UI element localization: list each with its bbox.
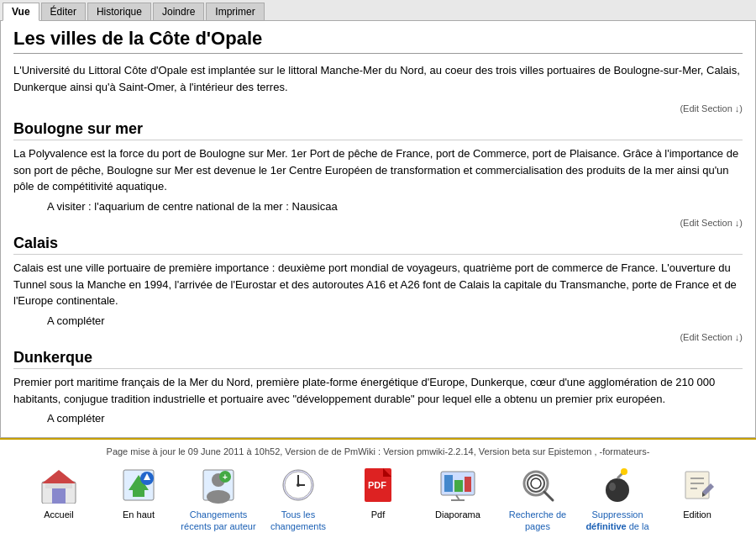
tab-historique[interactable]: Historique: [87, 3, 151, 20]
footer-pdf[interactable]: PDF Pdf: [339, 465, 418, 520]
tab-bar: Vue Éditer Historique Joindre Imprimer: [0, 0, 756, 21]
footer-edition-label: Edition: [683, 509, 711, 520]
footer-accueil[interactable]: Accueil: [19, 465, 99, 520]
footer-edition[interactable]: Edition: [658, 465, 738, 520]
edit-boulogne-link[interactable]: (Edit Section ↓): [680, 218, 743, 228]
footer: Page mise à jour le 09 June 2011 à 10h52…: [0, 438, 756, 534]
svg-text:+: +: [223, 472, 228, 482]
section-title-boulogne: Boulogne sur mer: [13, 120, 743, 140]
section-title-calais: Calais: [13, 235, 743, 255]
svg-line-33: [617, 473, 622, 478]
edit-intro-link[interactable]: (Edit Section ↓): [680, 103, 743, 113]
svg-marker-1: [42, 470, 76, 483]
section-sub-calais: A compléter: [47, 313, 743, 330]
edit-calais-link[interactable]: (Edit Section ↓): [680, 332, 743, 342]
section-title-dunkerque: Dunkerque: [13, 349, 743, 369]
svg-point-34: [621, 468, 627, 475]
footer-diaporama[interactable]: Diaporama: [418, 465, 498, 520]
page-title: Les villes de la Côte d'Opale: [13, 28, 743, 54]
edit-intro-section[interactable]: (Edit Section ↓): [13, 103, 743, 113]
up-icon: [118, 465, 159, 505]
svg-rect-6: [133, 490, 144, 497]
svg-point-29: [528, 475, 544, 492]
footer-pdf-label: Pdf: [371, 509, 386, 520]
intro-text: L'Université du Littoral Côte d'Opale es…: [13, 62, 743, 95]
chart-icon: [438, 465, 478, 505]
tab-vue[interactable]: Vue: [3, 3, 39, 21]
footer-accueil-label: Accueil: [44, 509, 73, 520]
section-sub-dunkerque: A compléter: [47, 410, 743, 427]
footer-en-haut[interactable]: En haut: [99, 465, 179, 520]
section-text-calais: Calais est une ville portuaire de premiè…: [13, 260, 743, 309]
footer-changements-auteur-label: Changements récents par auteur: [179, 509, 259, 533]
section-text-dunkerque: Premier port maritime français de la Mer…: [13, 374, 743, 407]
edit-boulogne[interactable]: (Edit Section ↓): [13, 218, 743, 228]
svg-line-31: [544, 492, 553, 500]
home-icon: [39, 465, 79, 505]
footer-meta: Page mise à jour le 09 June 2011 à 10h52…: [4, 446, 752, 456]
person-icon: +: [198, 465, 239, 505]
footer-recherche-label: Recherche de pages: [498, 509, 578, 533]
tab-joindre[interactable]: Joindre: [153, 3, 204, 20]
footer-tous-changements[interactable]: Tous les changements récents: [259, 465, 339, 534]
svg-point-11: [207, 490, 230, 504]
footer-en-haut-label: En haut: [123, 509, 155, 520]
edit-icon: [677, 465, 717, 505]
search-icon: [517, 465, 558, 505]
svg-rect-2: [52, 488, 66, 504]
main-content: Les villes de la Côte d'Opale L'Universi…: [0, 21, 756, 438]
footer-suppression-label: Suppression définitive de la page: [578, 509, 658, 534]
svg-point-30: [531, 478, 541, 488]
svg-text:PDF: PDF: [368, 480, 386, 490]
footer-icons: Accueil En haut: [4, 465, 752, 534]
svg-rect-24: [454, 480, 463, 492]
tab-imprimer[interactable]: Imprimer: [206, 3, 264, 20]
footer-suppression[interactable]: Suppression définitive de la page: [578, 465, 658, 534]
svg-point-18: [297, 483, 300, 487]
section-sub-boulogne: A visiter : l'aquarium de centre nationa…: [47, 198, 743, 215]
footer-recherche[interactable]: Recherche de pages: [498, 465, 578, 533]
footer-changements-auteur[interactable]: + Changements récents par auteur: [179, 465, 259, 533]
tab-editer[interactable]: Éditer: [41, 3, 86, 20]
svg-rect-23: [444, 475, 453, 492]
bomb-icon: [597, 465, 638, 505]
footer-tous-changements-label: Tous les changements récents: [259, 509, 339, 534]
svg-point-35: [609, 483, 616, 491]
footer-diaporama-label: Diaporama: [435, 509, 480, 520]
section-text-boulogne: La Polyvalence est la force du port de B…: [13, 145, 743, 195]
pdf-icon: PDF: [358, 465, 398, 505]
svg-rect-25: [465, 477, 471, 492]
clock-icon: [278, 465, 318, 505]
svg-point-32: [606, 478, 629, 502]
svg-rect-3: [45, 483, 72, 488]
edit-calais[interactable]: (Edit Section ↓): [13, 332, 743, 342]
